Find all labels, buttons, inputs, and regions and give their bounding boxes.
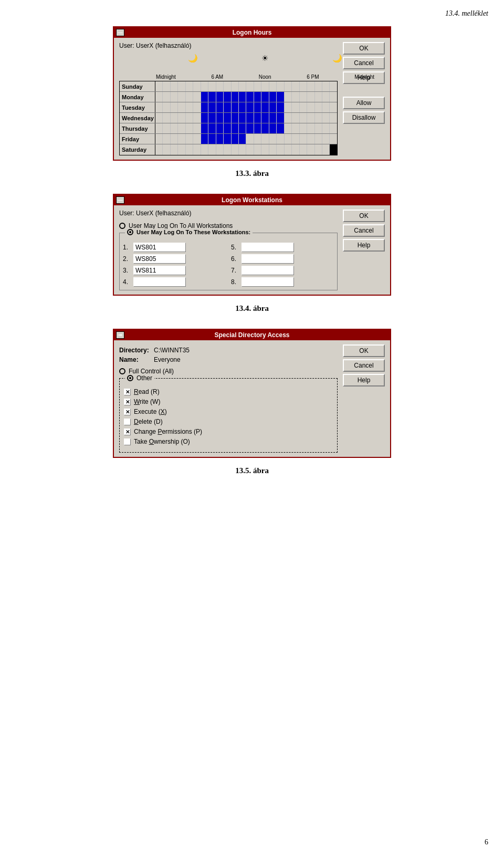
sys-menu-btn-3[interactable]: ⇒ — [116, 331, 124, 339]
time-cell[interactable] — [292, 144, 299, 155]
time-cell[interactable] — [171, 81, 178, 91]
permission-checkbox[interactable] — [124, 399, 131, 405]
time-cell[interactable] — [239, 92, 246, 102]
time-cell[interactable] — [254, 81, 261, 91]
time-cell[interactable] — [216, 92, 224, 102]
time-cell[interactable] — [193, 102, 201, 112]
time-cell[interactable] — [216, 102, 224, 112]
time-cells[interactable] — [155, 81, 337, 91]
time-cell[interactable] — [201, 144, 208, 155]
time-cell[interactable] — [239, 144, 246, 155]
time-cell[interactable] — [285, 144, 292, 155]
time-cell[interactable] — [239, 113, 246, 123]
time-cell[interactable] — [269, 81, 277, 91]
time-cell[interactable] — [322, 92, 330, 102]
ok-button-1[interactable]: OK — [343, 42, 385, 55]
time-cell[interactable] — [171, 134, 178, 144]
time-cell[interactable] — [315, 92, 322, 102]
time-cell[interactable] — [330, 81, 337, 91]
ws-input[interactable] — [242, 266, 294, 275]
time-cell[interactable] — [193, 144, 201, 155]
cancel-button-3[interactable]: Cancel — [343, 359, 385, 372]
time-cells[interactable] — [155, 134, 337, 144]
time-cell[interactable] — [277, 144, 284, 155]
time-cells[interactable] — [155, 92, 337, 102]
time-cell[interactable] — [246, 134, 254, 144]
time-cell[interactable] — [246, 123, 254, 133]
time-cell[interactable] — [178, 123, 185, 133]
time-cell[interactable] — [307, 102, 314, 112]
time-cell[interactable] — [155, 144, 163, 155]
time-cell[interactable] — [208, 81, 216, 91]
sys-menu-btn[interactable]: — — [116, 29, 124, 36]
radio-these-workstations[interactable] — [127, 229, 133, 235]
time-cell[interactable] — [292, 123, 299, 133]
time-cell[interactable] — [201, 92, 208, 102]
time-cell[interactable] — [186, 102, 193, 112]
time-cell[interactable] — [285, 113, 292, 123]
time-cell[interactable] — [300, 113, 307, 123]
time-cell[interactable] — [246, 92, 254, 102]
time-cell[interactable] — [239, 102, 246, 112]
time-cell[interactable] — [269, 123, 277, 133]
time-cell[interactable] — [330, 123, 337, 133]
time-cell[interactable] — [224, 81, 231, 91]
time-cell[interactable] — [254, 92, 261, 102]
time-cell[interactable] — [292, 113, 299, 123]
time-cell[interactable] — [330, 134, 337, 144]
time-cell[interactable] — [224, 92, 231, 102]
time-cell[interactable] — [322, 134, 330, 144]
time-cell[interactable] — [171, 144, 178, 155]
time-cell[interactable] — [315, 81, 322, 91]
time-cell[interactable] — [285, 102, 292, 112]
time-cell[interactable] — [155, 123, 163, 133]
help-button-2[interactable]: Help — [343, 239, 385, 252]
time-cell[interactable] — [330, 102, 337, 112]
time-cell[interactable] — [307, 81, 314, 91]
time-cells[interactable] — [155, 123, 337, 133]
time-cell[interactable] — [261, 144, 269, 155]
time-cell[interactable] — [322, 123, 330, 133]
time-cell[interactable] — [163, 134, 170, 144]
time-cell[interactable] — [315, 144, 322, 155]
time-cell[interactable] — [178, 134, 185, 144]
time-cell[interactable] — [322, 113, 330, 123]
time-cell[interactable] — [285, 81, 292, 91]
time-cell[interactable] — [254, 134, 261, 144]
allow-button[interactable]: Allow — [343, 97, 385, 109]
time-cell[interactable] — [186, 81, 193, 91]
ws-input[interactable] — [242, 277, 294, 287]
time-cell[interactable] — [277, 134, 284, 144]
ok-button-3[interactable]: OK — [343, 344, 385, 357]
ok-button-2[interactable]: OK — [343, 210, 385, 222]
time-cell[interactable] — [163, 102, 170, 112]
time-cell[interactable] — [155, 81, 163, 91]
time-cell[interactable] — [171, 102, 178, 112]
time-cell[interactable] — [201, 123, 208, 133]
time-cells[interactable] — [155, 113, 337, 123]
time-cell[interactable] — [254, 144, 261, 155]
time-cell[interactable] — [307, 123, 314, 133]
time-cell[interactable] — [224, 144, 231, 155]
time-cell[interactable] — [186, 123, 193, 133]
time-cell[interactable] — [193, 134, 201, 144]
time-cell[interactable] — [208, 113, 216, 123]
ws-input[interactable] — [133, 266, 186, 275]
radio-all-workstations[interactable] — [119, 223, 125, 229]
time-cell[interactable] — [246, 144, 254, 155]
time-cell[interactable] — [322, 81, 330, 91]
ws-input[interactable] — [242, 254, 294, 264]
time-cell[interactable] — [277, 92, 284, 102]
time-cell[interactable] — [232, 92, 239, 102]
sys-menu-btn-2[interactable]: — — [116, 196, 124, 204]
time-cell[interactable] — [163, 113, 170, 123]
time-cell[interactable] — [277, 113, 284, 123]
time-cell[interactable] — [239, 81, 246, 91]
radio-full-control[interactable] — [119, 368, 125, 374]
time-cell[interactable] — [307, 144, 314, 155]
time-cell[interactable] — [208, 102, 216, 112]
time-cell[interactable] — [239, 134, 246, 144]
time-cell[interactable] — [330, 144, 337, 155]
time-cell[interactable] — [224, 113, 231, 123]
time-cell[interactable] — [155, 113, 163, 123]
